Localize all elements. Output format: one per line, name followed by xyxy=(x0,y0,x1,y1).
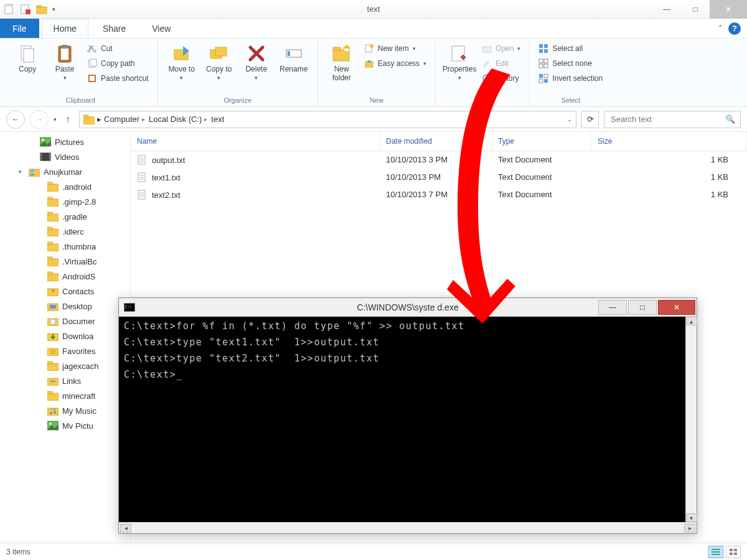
properties-dd-icon[interactable]: ▾ xyxy=(458,75,461,81)
text-file-icon xyxy=(137,172,147,182)
rename-button[interactable]: Rename xyxy=(276,41,311,76)
minimize-button[interactable]: — xyxy=(652,0,681,19)
crumb-sep-icon[interactable]: ▸ xyxy=(141,116,146,123)
moveto-dd-icon[interactable]: ▾ xyxy=(180,75,183,81)
file-tab[interactable]: File xyxy=(0,19,39,38)
qat-dropdown-icon[interactable]: ▾ xyxy=(52,6,55,12)
history-button[interactable]: History xyxy=(479,72,523,85)
scroll-up-icon[interactable]: ▴ xyxy=(686,317,697,325)
table-row[interactable]: text1.txt10/10/2013 PMText Document1 KB xyxy=(131,169,747,186)
open-file-button[interactable]: Open xyxy=(479,42,523,55)
invert-selection-button[interactable]: Invert selection xyxy=(536,72,605,85)
tree-item[interactable]: .android xyxy=(0,179,130,194)
search-input[interactable] xyxy=(609,114,721,124)
tree-item[interactable]: .gimp-2.8 xyxy=(0,194,130,209)
up-button[interactable]: ↑ xyxy=(62,114,74,125)
cmd-horizontal-scrollbar[interactable]: ◂ ▸ xyxy=(119,522,697,533)
crumb-disk[interactable]: Local Disk (C:)▸ xyxy=(149,114,209,124)
paste-button[interactable]: Paste ▾ xyxy=(47,41,82,83)
close-button[interactable]: ✕ xyxy=(710,0,747,19)
scroll-down-icon[interactable]: ▾ xyxy=(686,513,697,522)
properties-button[interactable]: Properties ▾ xyxy=(442,41,477,83)
tree-item[interactable]: Contacts xyxy=(0,284,130,299)
tree-item[interactable]: AndroidS xyxy=(0,269,130,284)
col-type[interactable]: Type xyxy=(492,132,591,151)
table-row[interactable]: output.txt10/10/2013 3 PMText Document1 … xyxy=(131,151,747,169)
cut-button[interactable]: Cut xyxy=(85,42,151,55)
file-qat-icon[interactable] xyxy=(4,4,15,15)
copy-to-button[interactable]: Copy to ▾ xyxy=(202,41,237,83)
cmd-title-bar[interactable]: C:\WINDOWS\syste d.exe — □ ✕ xyxy=(119,298,697,317)
tree-item[interactable]: Desktop xyxy=(0,299,130,314)
paste-shortcut-button[interactable]: Paste shortcut xyxy=(85,72,151,85)
view-tab[interactable]: View xyxy=(140,19,182,38)
cmd-output[interactable]: C:\text>for %f in (*.txt) do type "%f" >… xyxy=(119,317,697,522)
tree-item[interactable]: .VirtualBc xyxy=(0,254,130,269)
delete-dd-icon[interactable]: ▾ xyxy=(255,75,258,81)
move-to-button[interactable]: Move to ▾ xyxy=(164,41,199,83)
cmd-maximize-button[interactable]: □ xyxy=(628,300,657,315)
delete-button[interactable]: Delete ▾ xyxy=(239,41,274,83)
breadcrumb-dropdown-icon[interactable]: ⌄ xyxy=(567,116,572,123)
new-folder-button[interactable]: New folder xyxy=(324,41,359,85)
ribbon-collapse-icon[interactable]: ˄ xyxy=(718,24,722,33)
col-date[interactable]: Date modified xyxy=(380,132,492,151)
crumb-computer[interactable]: Computer▸ xyxy=(104,114,146,124)
table-row[interactable]: text2.txt10/10/2013 7 PMText Document1 K… xyxy=(131,186,747,203)
tree-item[interactable]: Mv Pictu xyxy=(0,418,130,433)
tree-item[interactable]: Downloa xyxy=(0,329,130,343)
scroll-left-icon[interactable]: ◂ xyxy=(120,524,131,533)
copy-button[interactable]: Copy xyxy=(10,41,45,76)
scroll-right-icon[interactable]: ▸ xyxy=(684,524,695,533)
tree-item[interactable]: Favorites xyxy=(0,343,130,358)
back-button[interactable]: ← xyxy=(6,110,25,129)
crumb-sep-icon[interactable]: ▸ xyxy=(203,116,209,123)
forward-button[interactable]: → xyxy=(30,110,49,129)
tree-item[interactable]: minecraft xyxy=(0,388,130,403)
nav-tree[interactable]: PicturesVideos▾Anujkumar.android.gimp-2.… xyxy=(0,132,131,543)
edit-button[interactable]: Edit xyxy=(479,57,523,70)
select-all-button[interactable]: Select all xyxy=(536,42,605,55)
folder-icon xyxy=(47,406,59,416)
col-size[interactable]: Size xyxy=(591,132,747,151)
breadcrumb[interactable]: ▸ Computer▸ Local Disk (C:)▸ text ⌄ xyxy=(79,111,576,128)
col-name[interactable]: Name xyxy=(131,132,380,151)
cmd-close-button[interactable]: ✕ xyxy=(658,300,695,315)
cmd-vertical-scrollbar[interactable]: ▴ ▾ xyxy=(685,317,697,522)
tree-item[interactable]: Pictures xyxy=(0,134,130,149)
properties-qat-icon[interactable] xyxy=(20,4,31,15)
tree-item[interactable]: Documer xyxy=(0,314,130,329)
recent-dropdown-icon[interactable]: ▾ xyxy=(54,116,57,123)
tree-item[interactable]: My Music xyxy=(0,403,130,418)
copy-path-button[interactable]: Copy path xyxy=(85,57,151,70)
tree-item[interactable]: .gradle xyxy=(0,209,130,224)
folder-icon xyxy=(47,182,59,192)
crumb-sep-icon[interactable]: ▸ xyxy=(97,114,101,124)
refresh-button[interactable]: ⟳ xyxy=(581,111,599,128)
home-tab[interactable]: Home xyxy=(42,19,88,38)
new-item-button[interactable]: New item xyxy=(362,42,429,55)
easy-access-button[interactable]: Easy access xyxy=(362,57,429,70)
tree-item[interactable]: jagexcach xyxy=(0,358,130,373)
easy-access-label: Easy access xyxy=(378,59,420,68)
tree-item[interactable]: Links xyxy=(0,373,130,388)
search-box[interactable]: 🔍 xyxy=(604,111,741,128)
tree-item[interactable]: .thumbna xyxy=(0,239,130,254)
tree-item[interactable]: .idlerc xyxy=(0,224,130,239)
copyto-dd-icon[interactable]: ▾ xyxy=(217,75,220,81)
cmd-window[interactable]: C:\WINDOWS\syste d.exe — □ ✕ C:\text>for… xyxy=(118,297,697,534)
cmd-minimize-button[interactable]: — xyxy=(598,300,627,315)
details-view-button[interactable] xyxy=(708,546,723,558)
tree-item-label: .android xyxy=(62,182,92,192)
maximize-button[interactable]: □ xyxy=(681,0,710,19)
paste-dropdown-icon[interactable]: ▾ xyxy=(63,75,67,81)
share-tab[interactable]: Share xyxy=(91,19,138,38)
help-icon[interactable]: ? xyxy=(728,22,741,35)
select-none-button[interactable]: Select none xyxy=(536,57,605,70)
tree-item-label: Pictures xyxy=(55,138,84,147)
large-icons-view-button[interactable] xyxy=(726,546,741,558)
tree-item[interactable]: ▾Anujkumar xyxy=(0,164,130,179)
tree-item[interactable]: Videos xyxy=(0,149,130,164)
folder-qat-icon[interactable] xyxy=(36,4,47,15)
crumb-text[interactable]: text xyxy=(211,114,224,124)
